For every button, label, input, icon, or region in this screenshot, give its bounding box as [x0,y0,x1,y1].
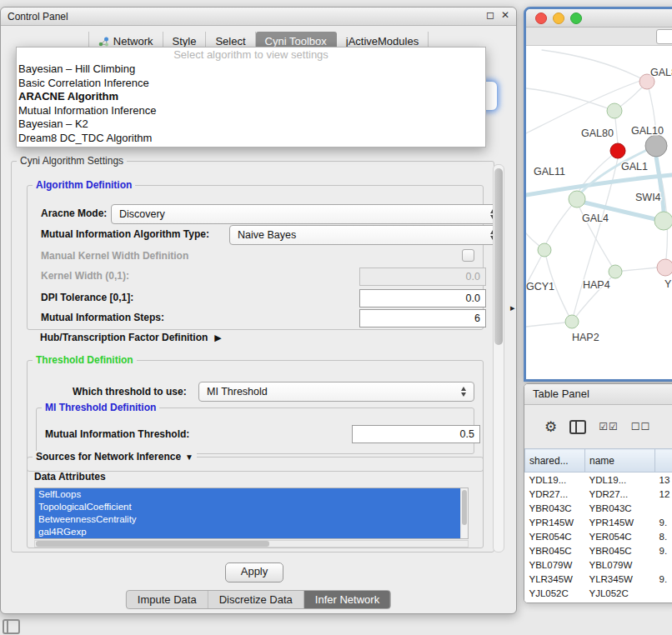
algorithm-option[interactable]: Basic Correlation Inference [17,77,485,91]
algorithm-option[interactable]: Bayesian – K2 [17,118,485,132]
network-node[interactable] [569,191,585,208]
table-row[interactable]: YBR043CYBR043C [525,501,672,515]
columns-icon[interactable] [569,420,586,434]
table-row[interactable]: YDR27...YDR27...12 [525,487,672,501]
network-node[interactable] [607,103,622,118]
bottom-tab-discretize-data[interactable]: Discretize Data [208,591,304,608]
stepper-arrows-icon [460,386,468,398]
table-cell: 13 [655,472,672,488]
attribute-item[interactable]: gal4RGexp [35,526,460,538]
list-horizontal-scrollbar[interactable] [34,540,469,548]
settings-scrollbar[interactable] [493,164,504,552]
table-panel-window: Table Panel ⚙ ☑☑ ☐☐ shared...name YDL19.… [524,383,672,603]
tab-label: Select [215,35,245,48]
kernel-width-input: 0.0 [359,268,486,286]
table-row[interactable]: YPR145WYPR145W9. [525,515,672,529]
tab-label: Cyni Toolbox [265,35,327,48]
algorithm-definition-legend: Algorithm Definition [33,179,135,191]
which-threshold-select[interactable]: MI Threshold [198,382,474,402]
window-close-icon[interactable]: ✕ [501,9,509,21]
zoom-traffic-light[interactable] [570,12,582,24]
table-cell: 9. [655,572,672,586]
mi-type-select[interactable]: Naive Bayes [229,225,504,245]
column-header[interactable] [655,449,672,472]
attribute-item[interactable]: TopologicalCoefficient [35,501,460,513]
table-cell: 12 [655,487,672,501]
hub-definition-expander[interactable]: Hub/Transcription Factor Definition ▶ [40,332,222,343]
table-panel-title: Table Panel [524,384,672,405]
sources-expander[interactable]: Sources for Network Inference▼ [33,451,197,462]
scrollbar-thumb[interactable] [494,168,503,345]
tab-label: Style [173,35,197,48]
table-cell: YBR045C [585,543,655,558]
network-node[interactable] [657,259,672,276]
column-header[interactable]: name [585,449,655,472]
control-panel-titlebar: Control Panel ◻ ✕ [1,8,516,26]
table-cell [655,586,672,600]
data-attributes-label: Data Attributes [34,471,106,482]
table-row[interactable]: YBL079WYBL079W [525,558,672,572]
select-all-checkboxes-icon[interactable]: ☑☑ [599,421,619,432]
mi-type-value: Naive Bayes [238,229,296,241]
scrollbar-thumb[interactable] [36,541,269,547]
table-cell: YBR043C [525,501,585,515]
network-node-label: HAP4 [583,279,610,291]
table-body: YDL19...YDL19...13YDR27...YDR27...12YBR0… [525,472,672,601]
data-attributes-list[interactable]: SelfLoopsTopologicalCoefficientBetweenne… [34,488,469,539]
network-node-label: GAL11 [534,166,565,178]
collapse-right-icon: ▶ [214,332,221,343]
bottom-tab-infer-network[interactable]: Infer Network [304,591,390,608]
network-canvas[interactable]: GAL8GAL80GAL10GAL11GAL1SWI4GAL4GCY1HAP4Y… [526,46,672,374]
dpi-tolerance-input[interactable]: 0.0 [359,289,486,308]
gear-icon[interactable]: ⚙ [544,418,557,436]
dpi-tolerance-value: 0.0 [466,292,480,304]
deselect-all-checkboxes-icon[interactable]: ☐☐ [631,421,651,432]
mi-threshold-input[interactable]: 0.5 [352,425,480,443]
sources-group: Sources for Network Inference▼ Data Attr… [27,457,484,548]
control-panel-window: Control Panel ◻ ✕ NetworkStyleSelectCyni… [0,7,517,614]
threshold-definition-legend: Threshold Definition [33,354,137,366]
table-cell: YBR045C [525,543,585,558]
network-node[interactable] [538,243,551,257]
network-node-label: GAL1 [621,161,648,172]
bottom-tab-impute-data[interactable]: Impute Data [127,591,208,608]
splitter-collapse-icon[interactable]: ▸ [510,302,515,313]
dropdown-placeholder: Select algorithm to view settings [17,48,485,62]
network-toolbar-button[interactable] [656,29,672,44]
network-edge [526,322,565,327]
network-node-label: GAL8 [650,67,672,78]
table-row[interactable]: YJL052CYJL052C [525,586,672,600]
attribute-item[interactable]: BetweennessCentrality [35,513,460,526]
network-node[interactable] [609,265,622,278]
algorithm-definition-group: Algorithm Definition Aracne Mode: Discov… [27,185,484,330]
apply-button[interactable]: Apply [225,562,283,582]
window-restore-icon[interactable]: ◻ [486,9,494,21]
network-node[interactable] [654,212,672,230]
table-row[interactable]: YDL19...YDL19...13 [525,472,672,488]
network-node[interactable] [645,135,667,157]
table-row[interactable]: YLR345WYLR345W9. [525,572,672,586]
network-node[interactable] [610,143,625,158]
table-cell: YER054C [585,529,655,543]
algorithm-option[interactable]: ARACNE Algorithm [17,90,485,104]
algorithm-option[interactable]: Dream8 DC_TDC Algorithm [17,132,485,146]
column-header[interactable]: shared... [525,449,585,472]
scrollbar-thumb[interactable] [462,490,467,525]
algorithm-dropdown-popup: Select algorithm to view settings Bayesi… [16,47,486,148]
algorithm-option[interactable]: Bayesian – Hill Climbing [17,62,485,77]
minimize-traffic-light[interactable] [553,12,564,24]
table-row[interactable]: YER054CYER054C8. [525,529,672,543]
close-traffic-light[interactable] [535,12,547,24]
network-canvas-svg[interactable]: GAL8GAL80GAL10GAL11GAL1SWI4GAL4GCY1HAP4Y… [526,46,672,374]
table-cell: 8. [655,529,672,543]
algorithm-option[interactable]: Mutual Information Inference [17,104,485,118]
mi-steps-input[interactable]: 6 [359,309,486,328]
kernel-width-value: 0.0 [466,271,480,282]
table-row[interactable]: YBR045CYBR045C9. [525,543,672,558]
list-vertical-scrollbar[interactable] [460,488,468,538]
attribute-item[interactable]: SelfLoops [35,488,460,501]
which-threshold-value: MI Threshold [207,386,268,398]
aracne-mode-select[interactable]: Discovery [111,204,504,224]
network-node[interactable] [565,315,579,328]
sidebar-toggle-icon[interactable] [3,619,20,634]
